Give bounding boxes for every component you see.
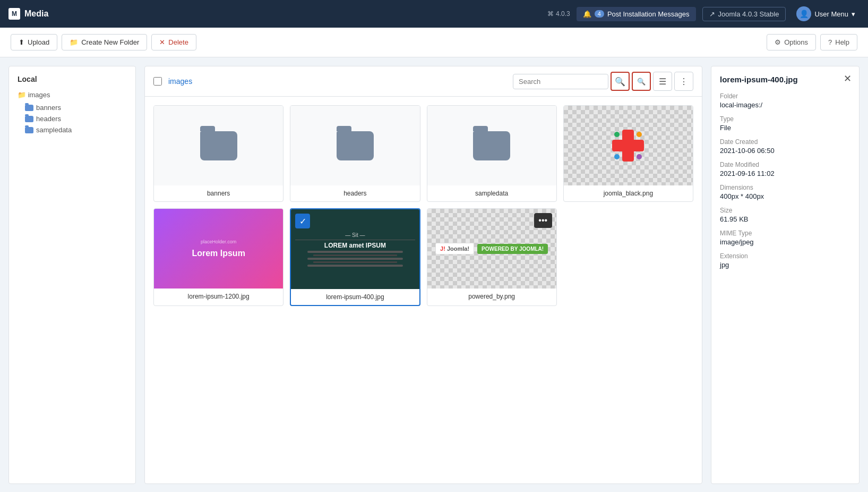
delete-icon: ✕	[159, 38, 165, 46]
item-label-lorem-1200: lorem-ipsum-1200.jpg	[154, 289, 283, 304]
detail-type-label: Type	[720, 115, 850, 123]
select-all-checkbox[interactable]	[153, 77, 162, 86]
list-item[interactable]: sampledata	[427, 105, 557, 202]
joomla-text-badge: J! Joomla!	[435, 243, 474, 255]
folder-icon-lg-headers	[337, 131, 374, 160]
help-button[interactable]: ? Help	[820, 34, 857, 50]
zoom-out-icon: 🔍	[637, 78, 646, 86]
lt-line-1	[307, 251, 403, 253]
toolbar: ⬆ Upload 📁 Create New Folder ✕ Delete ⚙ …	[0, 28, 868, 57]
folder-icon-banners	[25, 105, 33, 111]
external-icon: ↗	[709, 10, 715, 18]
detail-date-created-value: 2021-10-06 06:50	[720, 147, 850, 155]
detail-type-value: File	[720, 124, 850, 132]
folder-icon-lg-sampledata	[473, 131, 510, 160]
detail-dimensions-label: Dimensions	[720, 184, 850, 191]
folder-icon-root: 📁	[18, 91, 26, 99]
detail-dimensions-value: 400px * 400px	[720, 192, 850, 200]
chevron-down-icon: ▾	[852, 10, 855, 18]
folder-icon-lg-banners	[200, 131, 237, 160]
list-item[interactable]: ✓ — Sit — LOREM amet IPSUM lorem-ipsum-4…	[290, 208, 420, 306]
list-item[interactable]: placeHolder.com Lorem Ipsum lorem-ipsum-…	[153, 208, 283, 306]
list-item[interactable]: headers	[290, 105, 420, 202]
list-item[interactable]: ••• J! Joomla! POWERED BY JOOMLA! powere…	[427, 208, 557, 306]
folder-plus-icon: 📁	[70, 38, 78, 46]
detail-folder-row: Folder local-images:/	[720, 92, 850, 109]
joomla-version-btn[interactable]: ↗ Joomla 4.0.3 Stable	[702, 7, 786, 21]
detail-date-modified-label: Date Modified	[720, 161, 850, 168]
options-icon: ⚙	[775, 38, 781, 46]
folder-icon-sampledata	[25, 127, 33, 133]
sidebar: Local 📁 images banners headers sampledat…	[8, 66, 136, 484]
item-label-banners: banners	[154, 185, 283, 201]
detail-folder-value: local-images:/	[720, 101, 850, 109]
list-item[interactable]: banners	[153, 105, 283, 202]
content-area: images 🔍 🔍 ☰ ⋮	[144, 66, 702, 484]
post-installation-btn[interactable]: 🔔 4 Post Installation Messages	[577, 7, 696, 21]
detail-date-modified-row: Date Modified 2021-09-16 11:02	[720, 161, 850, 177]
breadcrumb-link[interactable]: images	[168, 77, 192, 86]
powered-by-badge: POWERED BY JOOMLA!	[477, 244, 548, 254]
detail-mime-row: MIME Type image/jpeg	[720, 230, 850, 246]
list-item[interactable]: joomla_black.png	[563, 105, 693, 202]
detail-extension-row: Extension jpg	[720, 252, 850, 269]
create-folder-button[interactable]: 📁 Create New Folder	[62, 34, 147, 50]
detail-dimensions-row: Dimensions 400px * 400px	[720, 184, 850, 200]
detail-type-row: Type File	[720, 115, 850, 132]
zoom-out-button[interactable]: 🔍	[632, 72, 651, 91]
detail-date-modified-value: 2021-09-16 11:02	[720, 169, 850, 177]
detail-date-created-row: Date Created 2021-10-06 06:50	[720, 138, 850, 155]
thumb-joomla-black	[564, 106, 693, 185]
sidebar-item-sampledata[interactable]: sampledata	[25, 124, 127, 135]
detail-extension-value: jpg	[720, 261, 850, 269]
zoom-in-button[interactable]: 🔍	[611, 72, 630, 91]
upload-button[interactable]: ⬆ Upload	[11, 34, 57, 50]
joomla-cross-icon	[612, 130, 644, 162]
delete-button[interactable]: ✕ Delete	[151, 34, 196, 50]
thumb-banners	[154, 106, 283, 185]
more-options-button[interactable]: ⋮	[674, 72, 693, 91]
item-label-lorem-400: lorem-ipsum-400.jpg	[291, 289, 419, 305]
detail-panel: lorem-ipsum-400.jpg ✕ Folder local-image…	[711, 66, 860, 484]
sidebar-item-banners[interactable]: banners	[25, 102, 127, 113]
detail-size-row: Size 61.95 KB	[720, 207, 850, 223]
sidebar-item-headers[interactable]: headers	[25, 113, 127, 124]
thumb-lorem-1200: placeHolder.com Lorem Ipsum	[154, 209, 283, 289]
notification-badge: 4	[595, 10, 604, 18]
item-label-sampledata: sampledata	[427, 185, 556, 201]
item-label-headers: headers	[290, 185, 419, 201]
sidebar-root-folder[interactable]: 📁 images	[18, 90, 127, 100]
lt-line-4	[313, 261, 397, 263]
more-icon: ⋮	[680, 77, 688, 87]
search-input[interactable]	[513, 74, 608, 89]
lt-heading: LOREM amet IPSUM	[324, 242, 386, 249]
upload-icon: ⬆	[19, 38, 24, 46]
detail-close-button[interactable]: ✕	[844, 74, 852, 83]
more-menu-badge[interactable]: •••	[534, 213, 552, 228]
main-area: Local 📁 images banners headers sampledat…	[0, 57, 868, 492]
user-menu-btn[interactable]: 👤 User Menu ▾	[792, 3, 860, 24]
bell-icon: 🔔	[583, 10, 591, 18]
detail-mime-value: image/jpeg	[720, 238, 850, 246]
detail-extension-label: Extension	[720, 252, 850, 260]
lorem-1200-visual: placeHolder.com Lorem Ipsum	[154, 209, 283, 289]
lt-line-2	[313, 255, 397, 256]
user-avatar: 👤	[796, 6, 811, 21]
detail-folder-label: Folder	[720, 92, 850, 100]
list-view-icon: ☰	[659, 77, 666, 87]
joomla-logo	[612, 130, 644, 162]
list-view-button[interactable]: ☰	[653, 72, 672, 91]
brand: M Media	[8, 8, 48, 20]
item-label-powered-by: powered_by.png	[427, 289, 556, 304]
search-area: 🔍 🔍 ☰ ⋮	[513, 72, 693, 91]
lt-title: — Sit —	[295, 232, 415, 240]
options-button[interactable]: ⚙ Options	[767, 34, 816, 50]
content-header: images 🔍 🔍 ☰ ⋮	[145, 66, 702, 97]
detail-title: lorem-ipsum-400.jpg	[720, 75, 850, 84]
lt-line-5	[307, 265, 403, 267]
navbar: M Media ⌘ 4.0.3 🔔 4 Post Installation Me…	[0, 0, 868, 28]
thumb-headers	[290, 106, 419, 185]
brand-title: Media	[24, 9, 48, 19]
media-grid: banners headers sampledata	[145, 97, 702, 315]
thumb-powered-by: ••• J! Joomla! POWERED BY JOOMLA!	[427, 209, 556, 289]
